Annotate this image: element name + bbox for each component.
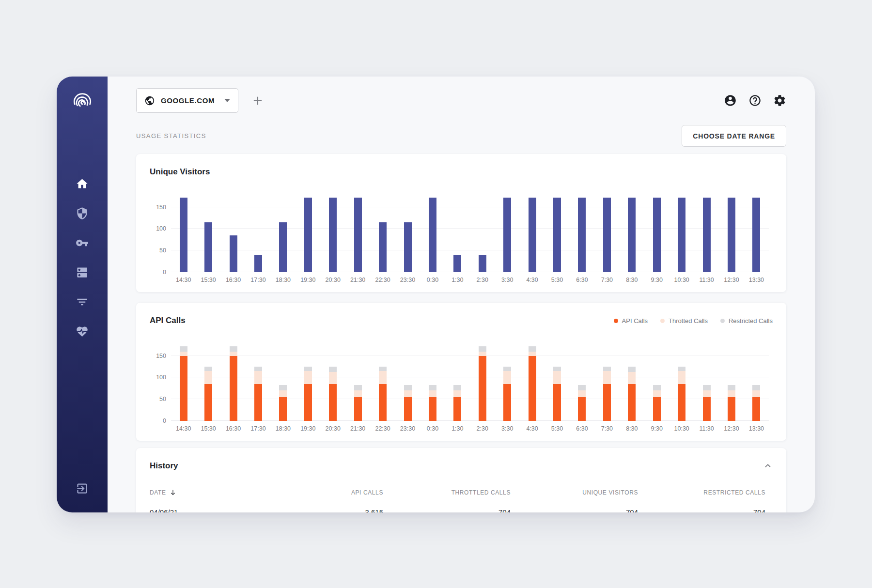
x-axis-tick: 15:30 bbox=[196, 277, 220, 283]
x-axis-tick: 6:30 bbox=[570, 277, 594, 283]
x-axis-tick: 18:30 bbox=[271, 277, 296, 283]
cell-unique-visitors: 704 bbox=[511, 508, 638, 512]
bar bbox=[470, 198, 495, 272]
bar bbox=[296, 198, 320, 272]
bar bbox=[520, 346, 545, 421]
help-icon[interactable] bbox=[748, 94, 762, 107]
bar bbox=[246, 198, 270, 272]
bar bbox=[570, 346, 594, 421]
chart-title: API Calls bbox=[150, 315, 186, 326]
table-row: 04/06/21 3,615 704 704 704 bbox=[150, 508, 765, 512]
x-axis-tick: 1:30 bbox=[445, 277, 470, 283]
add-site-button[interactable] bbox=[251, 94, 265, 108]
fingerprint-logo bbox=[70, 88, 94, 112]
y-axis-tick: 100 bbox=[150, 374, 166, 381]
y-axis-tick: 150 bbox=[150, 353, 166, 359]
x-axis-tick: 13:30 bbox=[744, 277, 769, 283]
x-axis-tick: 11:30 bbox=[694, 277, 719, 283]
x-axis-tick: 9:30 bbox=[644, 425, 669, 432]
bar bbox=[669, 198, 694, 272]
bar bbox=[719, 346, 744, 421]
x-axis-tick: 3:30 bbox=[495, 277, 519, 283]
x-axis-tick: 20:30 bbox=[321, 277, 345, 283]
site-selector-dropdown[interactable]: GOOGLE.COM bbox=[136, 88, 238, 113]
header-api-calls: API CALLS bbox=[256, 489, 383, 496]
bar bbox=[271, 198, 296, 272]
x-axis-tick: 21:30 bbox=[345, 425, 370, 432]
history-card: History DATE API CALLS THROTTLED CALLS U… bbox=[136, 448, 786, 512]
bar bbox=[395, 346, 420, 421]
header-unique-visitors: UNIQUE VISITORS bbox=[511, 489, 638, 496]
bar bbox=[196, 198, 220, 272]
sidebar-item-api-keys[interactable] bbox=[76, 236, 89, 249]
sidebar bbox=[57, 77, 108, 512]
x-axis-tick: 17:30 bbox=[246, 277, 270, 283]
bar bbox=[644, 198, 669, 272]
sidebar-item-servers[interactable] bbox=[76, 266, 89, 279]
y-axis-tick: 0 bbox=[150, 269, 166, 276]
x-axis-tick: 8:30 bbox=[620, 425, 644, 432]
x-axis-tick: 4:30 bbox=[520, 277, 545, 283]
bar bbox=[420, 346, 445, 421]
cell-api-calls: 3,615 bbox=[256, 508, 383, 512]
cell-date: 04/06/21 bbox=[150, 508, 256, 512]
x-axis-tick: 18:30 bbox=[271, 425, 296, 432]
sidebar-item-home[interactable] bbox=[76, 177, 89, 190]
logout-icon[interactable] bbox=[76, 482, 89, 495]
bar bbox=[370, 346, 395, 421]
bar bbox=[570, 198, 594, 272]
x-axis-tick: 20:30 bbox=[321, 425, 345, 432]
x-axis-tick: 0:30 bbox=[420, 425, 445, 432]
sidebar-item-health[interactable] bbox=[76, 325, 89, 338]
bar bbox=[694, 198, 719, 272]
main-content: GOOGLE.COM USAGE STATISTICS CHOOSE DA bbox=[108, 77, 815, 512]
x-axis-tick: 2:30 bbox=[470, 277, 495, 283]
x-axis-tick: 22:30 bbox=[370, 277, 395, 283]
x-axis-tick: 17:30 bbox=[246, 425, 270, 432]
bar bbox=[345, 198, 370, 272]
x-axis-tick: 15:30 bbox=[196, 425, 220, 432]
chart-bars bbox=[171, 198, 769, 272]
header-throttled-calls: THROTTLED CALLS bbox=[383, 489, 511, 496]
x-axis-tick: 12:30 bbox=[719, 277, 744, 283]
app-window: GOOGLE.COM USAGE STATISTICS CHOOSE DA bbox=[57, 77, 815, 512]
chart-legend: API Calls Throtted Calls Restricted Call… bbox=[614, 317, 773, 325]
bar bbox=[196, 346, 220, 421]
legend-dot bbox=[614, 319, 618, 323]
history-title: History bbox=[150, 461, 178, 471]
account-icon[interactable] bbox=[724, 94, 737, 107]
choose-date-range-button[interactable]: CHOOSE DATE RANGE bbox=[682, 125, 786, 147]
bar bbox=[321, 198, 345, 272]
header-date[interactable]: DATE bbox=[150, 489, 256, 496]
bar bbox=[644, 346, 669, 421]
unique-visitors-chart: 050100150 14:3015:3016:3017:3018:3019:30… bbox=[171, 198, 769, 292]
sidebar-item-security[interactable] bbox=[76, 207, 89, 220]
site-selector-label: GOOGLE.COM bbox=[161, 96, 215, 105]
x-axis-tick: 10:30 bbox=[669, 425, 694, 432]
chart-xlabels: 14:3015:3016:3017:3018:3019:3020:3021:30… bbox=[171, 425, 769, 441]
api-calls-card: API Calls API Calls Throtted Calls Restr… bbox=[136, 303, 786, 441]
collapse-chevron-icon[interactable] bbox=[763, 461, 773, 471]
chart-title: Unique Visitors bbox=[150, 167, 210, 177]
x-axis-tick: 22:30 bbox=[370, 425, 395, 432]
section-label: USAGE STATISTICS bbox=[136, 132, 206, 139]
bar bbox=[171, 198, 196, 272]
x-axis-tick: 16:30 bbox=[221, 425, 246, 432]
cell-throttled-calls: 704 bbox=[383, 508, 511, 512]
y-axis-tick: 50 bbox=[150, 247, 166, 254]
bar bbox=[321, 346, 345, 421]
chart-bars bbox=[171, 346, 769, 421]
x-axis-tick: 10:30 bbox=[669, 277, 694, 283]
x-axis-tick: 2:30 bbox=[470, 425, 495, 432]
bar bbox=[520, 198, 545, 272]
settings-icon[interactable] bbox=[773, 94, 786, 107]
x-axis-tick: 16:30 bbox=[221, 277, 246, 283]
bar bbox=[694, 346, 719, 421]
bar bbox=[271, 346, 296, 421]
bar bbox=[744, 346, 769, 421]
bar bbox=[420, 198, 445, 272]
legend-dot bbox=[720, 319, 725, 323]
x-axis-tick: 6:30 bbox=[570, 425, 594, 432]
sidebar-item-filters[interactable] bbox=[76, 295, 89, 309]
chevron-down-icon bbox=[224, 99, 230, 102]
